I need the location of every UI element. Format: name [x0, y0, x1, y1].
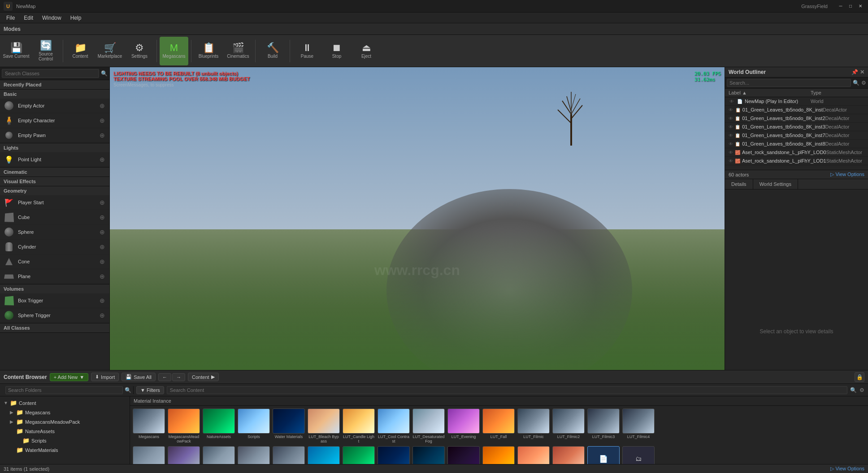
cube-add-icon[interactable]: ⊕	[99, 214, 106, 221]
save-current-button[interactable]: 💾 Save Current	[2, 37, 30, 65]
cone-add-icon[interactable]: ⊕	[99, 258, 106, 265]
empty-actor-add-icon[interactable]: ⊕	[99, 102, 106, 109]
empty-character-add-icon[interactable]: ⊕	[99, 117, 106, 124]
marketplace-button[interactable]: 🛒 Marketplace	[95, 37, 124, 65]
empty-pawn-add-icon[interactable]: ⊕	[99, 132, 106, 139]
view-options-content-button[interactable]: ▷ View Options	[830, 466, 864, 472]
outliner-search-input[interactable]	[727, 79, 851, 87]
content-item-water-materials[interactable]: Water Materials	[273, 408, 305, 443]
folder-megascans-meadow[interactable]: ▶ 📁 MegascansMeadowPack	[0, 417, 130, 426]
content-path-button[interactable]: Content ▶	[188, 373, 219, 381]
box-trigger-add-icon[interactable]: ⊕	[99, 297, 106, 304]
content-item-lut-matrix-green[interactable]: LUT_Matrix Green	[343, 446, 375, 464]
content-item-lut-filmic5[interactable]: LUT_Filmic5	[133, 446, 165, 464]
content-item-lut-night1[interactable]: LUT_Night1	[378, 446, 410, 464]
folder-nature-assets[interactable]: 📁 NatureAssets	[0, 426, 130, 436]
content-item-lut-nightdark[interactable]: LUT_Night_Dark	[447, 446, 480, 464]
item-box-trigger[interactable]: Box Trigger ⊕	[0, 293, 109, 308]
column-type-header[interactable]: Type	[811, 90, 864, 95]
content-item-lut-evening[interactable]: LUT_Evening	[447, 408, 480, 443]
content-item-lut-filmic3[interactable]: LUT_Filmic3	[587, 408, 620, 443]
search-classes-input[interactable]	[2, 69, 99, 78]
folder-megascans[interactable]: ▶ 📁 Megascans	[0, 408, 130, 417]
content-item-lut-matrix-blue[interactable]: LUT_Matrix Blue	[308, 446, 340, 464]
maximize-button[interactable]: □	[846, 2, 855, 10]
outliner-pin-icon[interactable]: 📌	[851, 69, 858, 75]
content-item-lut-filmic6[interactable]: LUT_Filmic6	[168, 446, 200, 464]
point-light-add-icon[interactable]: ⊕	[99, 156, 106, 163]
section-visual-effects-header[interactable]: Visual Effects	[0, 177, 109, 186]
import-button[interactable]: ⬇ Import	[91, 373, 119, 381]
content-item-lut-filmic8[interactable]: LUT_Filmic8	[238, 446, 270, 464]
item-cone[interactable]: Cone ⊕	[0, 254, 109, 269]
content-item-lut-filmic2[interactable]: LUT_Filmic2	[552, 408, 585, 443]
folder-content[interactable]: ▼ 📁 Content	[0, 398, 130, 408]
content-item-lut-fall[interactable]: LUT_Fall	[482, 408, 515, 443]
view-options-button[interactable]: ▷ View Options	[830, 172, 864, 177]
add-new-button[interactable]: + Add New ▼	[50, 373, 88, 381]
minimize-button[interactable]: ─	[837, 2, 845, 10]
section-recently-placed-header[interactable]: Recently Placed	[0, 80, 109, 89]
content-item-lut-cool[interactable]: LUT_Cool Contrast	[378, 408, 410, 443]
outliner-row-leaves1[interactable]: 👁 📋 01_Green_Leaves_tb5nodo_8K_inst Deca…	[725, 106, 868, 114]
menu-file[interactable]: File	[2, 14, 19, 22]
content-settings-icon[interactable]: ⚙	[859, 387, 864, 393]
content-item-megascans[interactable]: Megascans	[133, 408, 165, 443]
eject-button[interactable]: ⏏ Eject	[352, 37, 381, 65]
outliner-row-leaves2[interactable]: 👁 📋 01_Green_Leaves_tb5nodo_8K_inst2 Dec…	[725, 114, 868, 123]
item-cube[interactable]: Cube ⊕	[0, 210, 109, 225]
content-item-nature-assets[interactable]: NatureAssets	[203, 408, 235, 443]
section-all-classes-header[interactable]: All Classes	[0, 323, 109, 332]
section-basic-header[interactable]: Basic	[0, 90, 109, 99]
folder-scripts[interactable]: 📁 Scripts	[0, 436, 130, 445]
content-item-lut-candle[interactable]: LUT_Candle Light	[343, 408, 375, 443]
item-empty-character[interactable]: 🧍 Empty Character ⊕	[0, 113, 109, 128]
folder-water-materials[interactable]: 📁 WaterMaterials	[0, 445, 130, 455]
cinematics-button[interactable]: 🎬 Cinematics	[224, 37, 252, 65]
build-button[interactable]: 🔨 Build	[258, 37, 287, 65]
column-label-header[interactable]: Label ▲	[729, 90, 811, 95]
outliner-row-leaves8[interactable]: 👁 📋 01_Green_Leaves_tb5nodo_8K_inst8 Dec…	[725, 140, 868, 148]
content-item-newmap[interactable]: 📄 NewMap	[587, 446, 620, 464]
outliner-row-newmap[interactable]: 👁 📄 NewMap (Play In Editor) World	[725, 97, 868, 106]
item-empty-actor[interactable]: Empty Actor ⊕	[0, 99, 109, 113]
section-cinematic-header[interactable]: Cinematic	[0, 168, 109, 176]
settings-button[interactable]: ⚙ Settings	[125, 37, 154, 65]
sphere-trigger-add-icon[interactable]: ⊕	[99, 312, 106, 319]
stop-button[interactable]: ⏹ Stop	[322, 37, 351, 65]
outliner-close-icon[interactable]: ✕	[860, 69, 864, 75]
blueprints-button[interactable]: 📋 Blueprints	[194, 37, 223, 65]
content-search-input[interactable]	[167, 386, 847, 394]
content-item-lut-night2[interactable]: LUT_Night2	[412, 446, 445, 464]
content-item-lut-filmic4[interactable]: LUT_Filmic4	[622, 408, 655, 443]
outliner-settings-icon[interactable]: ⚙	[861, 80, 866, 86]
content-button[interactable]: 📁 Content	[66, 37, 95, 65]
item-point-light[interactable]: 💡 Point Light ⊕	[0, 152, 109, 167]
player-start-add-icon[interactable]: ⊕	[99, 199, 106, 206]
tab-details[interactable]: Details	[725, 179, 753, 189]
filters-button[interactable]: ▼ Filters	[136, 386, 164, 394]
section-volumes-header[interactable]: Volumes	[0, 284, 109, 293]
nav-back-button[interactable]: ←	[158, 373, 171, 381]
content-item-lut-warmcontrast[interactable]: LUT_Warm Contrast	[552, 446, 585, 464]
outliner-row-rock0[interactable]: 👁 🧱 Aset_rock_sandstone_L_plFhY_LOD0 Sta…	[725, 148, 868, 157]
cylinder-add-icon[interactable]: ⊕	[99, 243, 106, 250]
outliner-row-leaves3[interactable]: 👁 📋 01_Green_Leaves_tb5nodo_8K_inst3 Dec…	[725, 123, 868, 131]
item-empty-pawn[interactable]: Empty Pawn ⊕	[0, 128, 109, 143]
content-item-lut-filmic9[interactable]: LUT_Filmic9	[273, 446, 305, 464]
source-control-button[interactable]: 🔄 Source Control	[31, 37, 60, 65]
content-item-lut-strongamber[interactable]: LUT_Strong Amber	[482, 446, 515, 464]
sphere-add-icon[interactable]: ⊕	[99, 228, 106, 236]
plane-add-icon[interactable]: ⊕	[99, 273, 106, 280]
item-sphere[interactable]: Sphere ⊕	[0, 225, 109, 240]
folder-search-input[interactable]	[5, 386, 123, 394]
item-plane[interactable]: Plane ⊕	[0, 269, 109, 284]
outliner-row-leaves7[interactable]: 👁 📋 01_Green_Leaves_tb5nodo_8K_inst7 Dec…	[725, 131, 868, 140]
content-item-megascans-meadow[interactable]: MegascansMeadowPack	[168, 408, 200, 443]
content-item-lut-filmic7[interactable]: LUT_Filmic7	[203, 446, 235, 464]
content-item-lut-warm[interactable]: LUT_Warm	[517, 446, 550, 464]
tab-world-settings[interactable]: World Settings	[753, 179, 798, 189]
content-item-newmap-builddata[interactable]: 🗂 NewMap_BuildData	[622, 446, 655, 464]
save-all-button[interactable]: 💾 Save All	[122, 373, 156, 381]
content-item-lut-desat[interactable]: LUT_Desaturated Fog	[412, 408, 445, 443]
